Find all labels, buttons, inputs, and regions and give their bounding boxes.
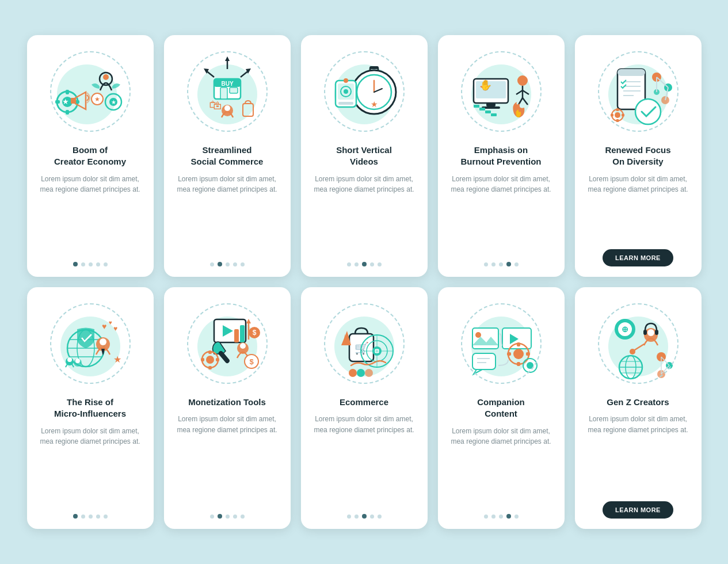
dot-2 bbox=[81, 262, 85, 266]
card-monetization-title: Monetization Tools bbox=[188, 397, 266, 408]
card-burnout-dots bbox=[484, 262, 519, 266]
card-social-commerce-title: StreamlinedSocial Commerce bbox=[191, 144, 264, 168]
dot-1 bbox=[210, 262, 214, 266]
dot-2 bbox=[491, 515, 496, 519]
dot-4 bbox=[96, 515, 100, 519]
dot-1 bbox=[73, 262, 78, 266]
card-diversity-title: Renewed FocusOn Diversity bbox=[605, 144, 670, 168]
illustration-gen-z: ⊕ bbox=[592, 298, 684, 390]
card-creator-economy-title: Boom ofCreator Economy bbox=[54, 144, 126, 168]
dot-1 bbox=[73, 514, 78, 519]
card-creator-economy: ★ ★ ★ bbox=[27, 35, 154, 277]
card-diversity: Renewed FocusOn Diversity Lorem ipsum do… bbox=[575, 35, 702, 277]
dot-5 bbox=[378, 262, 382, 266]
dot-5 bbox=[104, 262, 108, 266]
card-micro-influencers-dots bbox=[73, 514, 108, 519]
card-micro-influencers-body: Lorem ipsum dolor sit dim amet, mea regi… bbox=[37, 426, 143, 505]
card-social-commerce: BUY 🛍 StreamlinedSocial Commerce Lorem i… bbox=[164, 35, 291, 277]
illustration-creator-economy: ★ ★ ★ bbox=[44, 45, 136, 138]
card-diversity-body: Lorem ipsum dolor sit dim amet, mea regi… bbox=[585, 174, 691, 242]
dot-5 bbox=[514, 262, 519, 266]
illustration-social-commerce: BUY 🛍 bbox=[181, 45, 273, 138]
card-vertical-videos-body: Lorem ipsum dolor sit dim amet, mea regi… bbox=[311, 174, 417, 253]
card-ecommerce-title: Ecommerce bbox=[340, 397, 388, 408]
dot-1 bbox=[210, 515, 214, 519]
card-monetization-body: Lorem ipsum dolor sit dim amet, mea regi… bbox=[174, 414, 280, 505]
dot-1 bbox=[347, 262, 351, 266]
dot-2 bbox=[491, 262, 496, 266]
card-companion-content-title: CompanionContent bbox=[477, 397, 525, 420]
dot-3 bbox=[226, 262, 230, 266]
card-gen-z-title: Gen Z Creators bbox=[607, 397, 669, 408]
dot-3 bbox=[362, 514, 367, 519]
card-creator-economy-dots bbox=[73, 262, 108, 266]
illustration-diversity bbox=[592, 45, 684, 138]
dot-1 bbox=[484, 262, 488, 266]
card-vertical-videos-title: Short VerticalVideos bbox=[336, 144, 392, 168]
dot-3 bbox=[499, 262, 503, 266]
card-vertical-videos-dots bbox=[347, 262, 382, 266]
card-burnout-title: Emphasis onBurnout Prevention bbox=[460, 144, 541, 168]
card-burnout: ✋ Emphasis onBurnout Prevention Lorem ip… bbox=[438, 35, 565, 277]
card-ecommerce-body: Lorem ipsum dolor sit dim amet, mea regi… bbox=[311, 414, 417, 505]
dot-3 bbox=[89, 262, 93, 266]
dot-3 bbox=[362, 262, 367, 266]
card-monetization: $ $ Monetization Tools Lorem bbox=[164, 287, 291, 529]
learn-more-button-diversity[interactable]: LEARN MORE bbox=[603, 249, 673, 266]
card-companion-content-body: Lorem ipsum dolor sit dim amet, mea regi… bbox=[448, 426, 554, 505]
dot-3 bbox=[226, 515, 230, 519]
dot-5 bbox=[241, 515, 245, 519]
card-companion-content: CompanionContent Lorem ipsum dolor sit d… bbox=[438, 287, 565, 529]
card-gen-z-body: Lorem ipsum dolor sit dim amet, mea regi… bbox=[585, 414, 691, 493]
card-ecommerce: 🛒 Ecommerce Lorem ipsum do bbox=[301, 287, 428, 529]
illustration-ecommerce: 🛒 bbox=[318, 298, 410, 390]
card-burnout-body: Lorem ipsum dolor sit dim amet, mea regi… bbox=[448, 174, 554, 253]
dot-2 bbox=[355, 515, 359, 519]
illustration-burnout: ✋ bbox=[455, 45, 547, 138]
illustration-vertical-videos: ★ bbox=[318, 45, 410, 138]
dot-4 bbox=[506, 262, 511, 266]
card-micro-influencers-title: The Rise ofMicro-Influencers bbox=[54, 397, 126, 420]
dot-4 bbox=[506, 514, 511, 519]
dot-4 bbox=[96, 262, 100, 266]
dot-2 bbox=[355, 262, 359, 266]
card-gen-z: ⊕ bbox=[575, 287, 702, 529]
dot-2 bbox=[218, 262, 222, 266]
illustration-micro-influencers: ♥ ♥ ♥ ★ bbox=[44, 298, 136, 390]
card-social-commerce-body: Lorem ipsum dolor sit dim amet, mea regi… bbox=[174, 174, 280, 253]
cards-grid: ★ ★ ★ bbox=[27, 35, 702, 529]
dot-4 bbox=[233, 262, 237, 266]
illustration-companion-content bbox=[455, 298, 547, 390]
dot-5 bbox=[514, 515, 519, 519]
dot-3 bbox=[499, 515, 503, 519]
card-vertical-videos: ★ Short VerticalVideos Lorem ipsum dolor… bbox=[301, 35, 428, 277]
dot-2 bbox=[218, 514, 222, 519]
card-monetization-dots bbox=[210, 514, 245, 519]
card-creator-economy-body: Lorem ipsum dolor sit dim amet, mea regi… bbox=[37, 174, 143, 253]
card-micro-influencers: ♥ ♥ ♥ ★ The Rise ofMicro-Influence bbox=[27, 287, 154, 529]
dot-1 bbox=[347, 515, 351, 519]
card-ecommerce-dots bbox=[347, 514, 382, 519]
dot-2 bbox=[81, 515, 85, 519]
dot-4 bbox=[233, 515, 237, 519]
illustration-monetization: $ $ bbox=[181, 298, 273, 390]
card-companion-content-dots bbox=[484, 514, 519, 519]
dot-5 bbox=[378, 515, 382, 519]
dot-5 bbox=[241, 262, 245, 266]
card-social-commerce-dots bbox=[210, 262, 245, 266]
dot-4 bbox=[370, 262, 374, 266]
dot-5 bbox=[104, 515, 108, 519]
learn-more-button-gen-z[interactable]: LEARN MORE bbox=[603, 501, 673, 519]
dot-4 bbox=[370, 515, 374, 519]
dot-3 bbox=[89, 515, 93, 519]
dot-1 bbox=[484, 515, 488, 519]
